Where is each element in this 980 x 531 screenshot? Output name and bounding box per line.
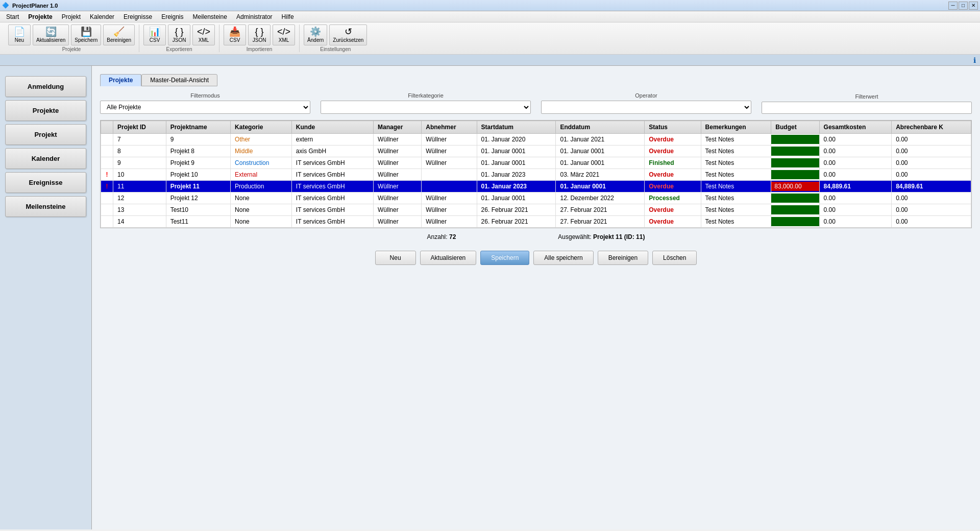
sidebar-item-anmeldung[interactable]: Anmeldung xyxy=(5,76,86,97)
toolbar-andern-button[interactable]: ⚙️ Ändern xyxy=(304,25,327,45)
menu-ereignisse[interactable]: Ereignisse xyxy=(119,12,156,21)
toolbar-group-einstellungen: ⚙️ Ändern ↺ Zurücksetzen Einstellungen xyxy=(300,25,371,52)
col-header-budget[interactable]: Budget xyxy=(771,121,819,134)
toolbar-csv-export-button[interactable]: 📊 CSV xyxy=(143,25,166,45)
toolbar-csv-import-button[interactable]: 📥 CSV xyxy=(224,25,246,45)
table-row[interactable]: 9Projekt 9ConstructionIT services GmbHWü… xyxy=(101,157,971,169)
sidebar-item-projekte[interactable]: Projekte xyxy=(5,100,86,121)
menu-projekt[interactable]: Projekt xyxy=(58,12,85,21)
cell-abrechenbare: 0.00 xyxy=(892,204,971,216)
col-header-abnehmer[interactable]: Abnehmer xyxy=(422,121,477,134)
table-body: 79OtherexternWüllnerWüllner01. Januar 20… xyxy=(101,134,971,228)
toolbar-bereinigen-button[interactable]: 🧹 Bereinigen xyxy=(103,25,135,45)
cell-abnehmer: Wüllner xyxy=(422,204,477,216)
table-row[interactable]: 13Test10NoneIT services GmbHWüllnerWülln… xyxy=(101,204,971,216)
bereinigen-icon: 🧹 xyxy=(113,27,125,36)
menu-ereignis[interactable]: Ereignis xyxy=(157,12,187,21)
csv-import-icon: 📥 xyxy=(229,27,240,36)
anzahl-info: Anzahl: 72 xyxy=(427,233,456,240)
filter-group-kategorie: Filterkategorie xyxy=(321,92,531,114)
bottom-bereinigen-button[interactable]: Bereinigen xyxy=(598,251,648,265)
toolbar-json-import-label: JSON xyxy=(253,37,266,43)
bottom-speichern-button[interactable]: Speichern xyxy=(480,251,529,265)
tab-master-detail[interactable]: Master-Detail-Ansicht xyxy=(141,74,217,86)
main-content: Anmeldung Projekte Projekt Kalender Erei… xyxy=(0,66,980,529)
col-header-projektname[interactable]: Projektname xyxy=(166,121,230,134)
bottom-aktualisieren-button[interactable]: Aktualisieren xyxy=(420,251,477,265)
cell-gesamtkosten: 0.00 xyxy=(819,204,892,216)
aktualisieren-icon: 🔄 xyxy=(45,27,57,36)
menu-kalender[interactable]: Kalender xyxy=(86,12,118,21)
warning-cell xyxy=(101,146,113,157)
menu-hilfe[interactable]: Hilfe xyxy=(278,12,298,21)
menu-meilensteine[interactable]: Meilensteine xyxy=(189,12,231,21)
cell-bemerkungen: Test Notes xyxy=(701,181,771,192)
filter-modus-select[interactable]: Alle Projekte Aktive Projekte Abgeschlos… xyxy=(100,101,310,114)
table-row[interactable]: 14Test11NoneIT services GmbHWüllnerWülln… xyxy=(101,216,971,228)
toolbar-aktualisieren-button[interactable]: 🔄 Aktualisieren xyxy=(33,25,69,45)
cell-abrechenbare: 0.00 xyxy=(892,216,971,228)
anzahl-label: Anzahl: xyxy=(427,233,449,240)
filter-row: Filtermodus Alle Projekte Aktive Projekt… xyxy=(100,92,972,114)
speichern-icon: 💾 xyxy=(81,27,92,36)
cell-enddatum: 01. Januar 2021 xyxy=(556,134,645,146)
cell-kategorie: Middle xyxy=(231,146,292,157)
col-header-startdatum[interactable]: Startdatum xyxy=(477,121,556,134)
filter-kategorie-select[interactable] xyxy=(321,101,531,114)
table-row[interactable]: 79OtherexternWüllnerWüllner01. Januar 20… xyxy=(101,134,971,146)
toolbar-speichern-label: Speichern xyxy=(75,37,97,43)
tab-projekte[interactable]: Projekte xyxy=(100,74,141,86)
bottom-loschen-button[interactable]: Löschen xyxy=(652,251,697,265)
col-header-kunde[interactable]: Kunde xyxy=(291,121,373,134)
close-button[interactable]: ✕ xyxy=(969,2,978,10)
table-row[interactable]: 12Projekt 12NoneIT services GmbHWüllnerW… xyxy=(101,192,971,204)
table-row[interactable]: !11Projekt 11ProductionIT services GmbHW… xyxy=(101,181,971,192)
toolbar-json-export-button[interactable]: { } JSON xyxy=(168,25,190,45)
toolbar-json-import-button[interactable]: { } JSON xyxy=(248,25,271,45)
toolbar-neu-button[interactable]: 📄 Neu xyxy=(8,25,31,45)
toolbar-group-projekte-label: Projekte xyxy=(62,46,81,52)
warning-icon: ! xyxy=(106,183,108,190)
cell-projekt-id: 11 xyxy=(113,181,166,192)
bottom-alle-speichern-button[interactable]: Alle speichern xyxy=(533,251,593,265)
sidebar-item-meilensteine[interactable]: Meilensteine xyxy=(5,196,86,217)
menu-start[interactable]: Start xyxy=(2,12,23,21)
sidebar-item-ereignisse[interactable]: Ereignisse xyxy=(5,172,86,193)
menu-projekte[interactable]: Projekte xyxy=(24,12,56,21)
filter-group-operator: Operator xyxy=(541,92,751,114)
toolbar-speichern-button[interactable]: 💾 Speichern xyxy=(71,25,101,45)
warning-cell xyxy=(101,204,113,216)
col-header-projekt-id[interactable]: Projekt ID xyxy=(113,121,166,134)
cell-enddatum: 01. Januar 0001 xyxy=(556,181,645,192)
filter-wert-input[interactable] xyxy=(762,102,972,114)
col-header-gesamtkosten[interactable]: Gesamtkosten xyxy=(819,121,892,134)
maximize-button[interactable]: □ xyxy=(959,2,968,10)
col-header-enddatum[interactable]: Enddatum xyxy=(556,121,645,134)
col-header-kategorie[interactable]: Kategorie xyxy=(231,121,292,134)
xml-import-icon: </> xyxy=(277,27,290,36)
col-header-status[interactable]: Status xyxy=(645,121,701,134)
toolbar-zurucksetzen-button[interactable]: ↺ Zurücksetzen xyxy=(329,25,367,45)
col-header-bemerkungen[interactable]: Bemerkungen xyxy=(701,121,771,134)
toolbar-xml-export-button[interactable]: </> XML xyxy=(192,25,215,45)
minimize-button[interactable]: ─ xyxy=(948,2,958,10)
andern-icon: ⚙️ xyxy=(310,27,321,36)
table-row[interactable]: !10Projekt 10ExternalIT services GmbHWül… xyxy=(101,169,971,181)
cell-bemerkungen: Test Notes xyxy=(701,192,771,204)
sidebar-item-kalender[interactable]: Kalender xyxy=(5,148,86,169)
window-controls[interactable]: ─ □ ✕ xyxy=(948,2,978,10)
cell-status: Overdue xyxy=(645,146,701,157)
cell-abnehmer: Wüllner xyxy=(422,216,477,228)
cell-projektname: Test11 xyxy=(166,216,230,228)
menu-administrator[interactable]: Administrator xyxy=(232,12,277,21)
toolbar-xml-import-button[interactable]: </> XML xyxy=(273,25,295,45)
filter-modus-label: Filtermodus xyxy=(100,92,310,99)
table-row[interactable]: 8Projekt 8Middleaxis GmbHWüllnerWüllner0… xyxy=(101,146,971,157)
cell-abnehmer xyxy=(422,181,477,192)
bottom-neu-button[interactable]: Neu xyxy=(375,251,416,265)
filter-operator-select[interactable] xyxy=(541,101,751,114)
info-icon: ℹ xyxy=(973,56,976,64)
col-header-manager[interactable]: Manager xyxy=(374,121,422,134)
sidebar-item-projekt[interactable]: Projekt xyxy=(5,124,86,145)
col-header-abrechenbare[interactable]: Abrechenbare K xyxy=(892,121,971,134)
